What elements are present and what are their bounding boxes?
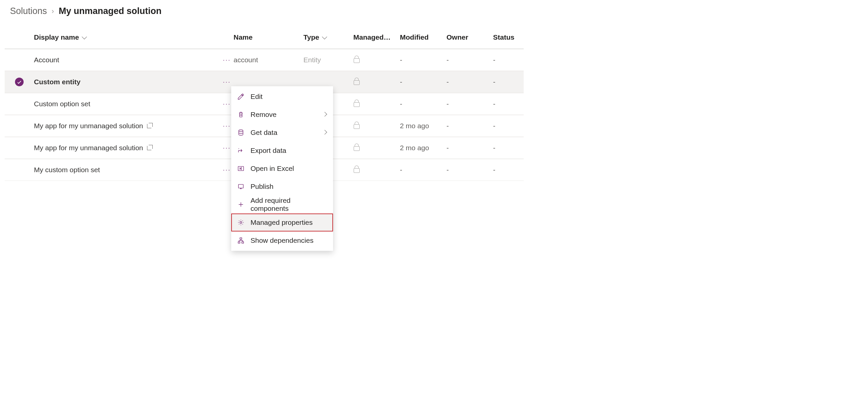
lock-icon [353, 122, 360, 129]
status-cell: - [493, 100, 524, 108]
row-more-actions-button[interactable]: ··· [220, 79, 234, 86]
modified-cell: 2 mo ago [400, 122, 446, 130]
row-context-menu: EditRemoveGet dataExport dataOpen in Exc… [231, 86, 333, 251]
name-cell: account [234, 56, 303, 64]
grid-header-row: Display name Name Type Managed… Modified… [5, 26, 524, 49]
column-header-owner[interactable]: Owner [446, 33, 493, 41]
managed-cell [353, 56, 400, 65]
modified-cell: - [400, 56, 446, 64]
status-cell: - [493, 144, 524, 152]
menu-item-label: Export data [250, 147, 286, 154]
excel-icon [237, 165, 245, 172]
display-name-cell[interactable]: Custom option set [34, 100, 220, 108]
owner-cell: - [446, 100, 493, 108]
menu-item-edit[interactable]: Edit [231, 88, 333, 106]
owner-cell: - [446, 78, 493, 86]
menu-item-label: Edit [250, 93, 262, 100]
menu-item-add-required-components[interactable]: Add required components [231, 196, 333, 213]
row-more-actions-button[interactable]: ··· [220, 57, 234, 64]
delete-icon [237, 111, 245, 118]
chevron-right-icon [323, 113, 327, 117]
hierarchy-icon [237, 237, 245, 244]
breadcrumb-parent-link[interactable]: Solutions [10, 6, 47, 16]
column-header-type[interactable]: Type [303, 33, 353, 41]
publish-icon [237, 183, 245, 190]
menu-item-label: Open in Excel [250, 165, 294, 173]
plus-icon [237, 201, 245, 208]
menu-item-label: Get data [250, 128, 277, 137]
modified-cell: - [400, 78, 446, 86]
edit-icon [237, 93, 245, 100]
lock-icon [353, 144, 360, 151]
column-header-status[interactable]: Status [493, 33, 524, 41]
status-cell: - [493, 78, 524, 86]
modified-cell: - [400, 100, 446, 108]
menu-item-get-data[interactable]: Get data [231, 123, 333, 142]
breadcrumb: Solutions › My unmanaged solution [0, 0, 868, 26]
column-header-display-name[interactable]: Display name [34, 33, 220, 41]
status-cell: - [493, 122, 524, 130]
menu-item-show-dependencies[interactable]: Show dependencies [231, 231, 333, 250]
managed-cell [353, 144, 400, 152]
lock-icon [353, 99, 360, 107]
menu-item-export-data[interactable]: Export data [231, 142, 333, 159]
managed-cell [353, 122, 400, 130]
chevron-down-icon [322, 36, 327, 39]
breadcrumb-current: My unmanaged solution [59, 6, 161, 16]
menu-item-publish[interactable]: Publish [231, 177, 333, 196]
display-name-cell[interactable]: My app for my unmanaged solution [34, 122, 220, 130]
menu-item-label: Remove [250, 111, 276, 119]
managed-cell [353, 99, 400, 109]
column-header-name[interactable]: Name [234, 33, 303, 41]
modified-cell: 2 mo ago [400, 144, 446, 152]
chevron-right-icon [323, 130, 327, 135]
display-name-cell[interactable]: My custom option set [34, 166, 220, 174]
menu-item-label: Publish [250, 182, 274, 191]
column-header-modified[interactable]: Modified [400, 33, 446, 41]
status-cell: - [493, 166, 524, 174]
modified-cell: - [400, 166, 446, 174]
menu-item-label: Add required components [250, 197, 327, 212]
menu-item-remove[interactable]: Remove [231, 106, 333, 123]
owner-cell: - [446, 166, 493, 174]
selected-check-icon[interactable] [15, 78, 24, 86]
owner-cell: - [446, 122, 493, 130]
lock-icon [353, 56, 360, 63]
managed-cell [353, 166, 400, 175]
gear-icon [237, 219, 245, 226]
lock-icon [353, 166, 360, 173]
type-cell: Entity [303, 56, 353, 64]
display-name-cell[interactable]: My app for my unmanaged solution [34, 144, 220, 152]
open-external-icon [146, 122, 153, 129]
menu-item-managed-properties[interactable]: Managed properties [231, 213, 333, 231]
menu-item-label: Managed properties [250, 218, 313, 227]
managed-cell [353, 78, 400, 87]
column-header-managed[interactable]: Managed… [353, 33, 400, 41]
owner-cell: - [446, 56, 493, 64]
menu-item-label: Show dependencies [250, 236, 313, 244]
open-external-icon [146, 145, 153, 151]
menu-item-open-in-excel[interactable]: Open in Excel [231, 159, 333, 177]
chevron-down-icon [82, 36, 87, 39]
display-name-cell[interactable]: Account [34, 56, 220, 64]
chevron-right-icon: › [52, 7, 54, 16]
display-name-cell[interactable]: Custom entity [34, 78, 220, 86]
export-icon [237, 147, 245, 154]
status-cell: - [493, 56, 524, 64]
table-row[interactable]: Account···accountEntity--- [5, 49, 524, 71]
database-icon [237, 129, 245, 136]
lock-icon [353, 78, 360, 85]
owner-cell: - [446, 144, 493, 152]
